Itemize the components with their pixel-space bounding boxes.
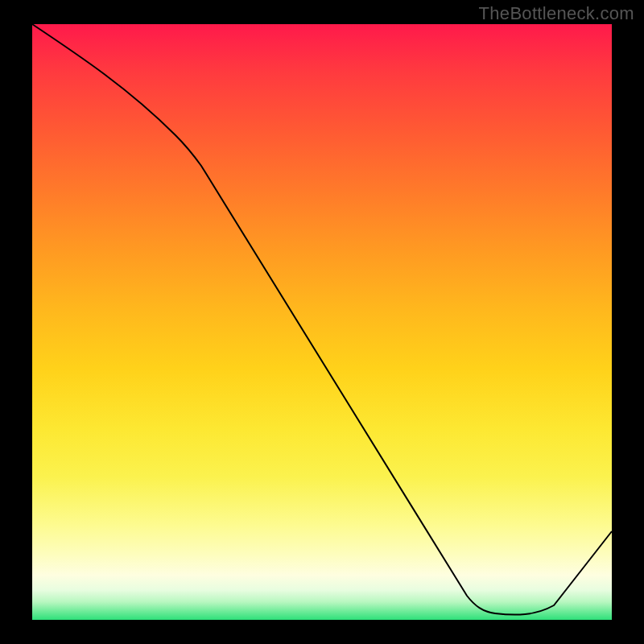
plot-area: [32, 24, 612, 620]
watermark-label: TheBottleneck.com: [479, 3, 634, 24]
chart-container: TheBottleneck.com: [0, 0, 644, 644]
curve-path: [32, 24, 612, 615]
bottleneck-curve: [32, 24, 612, 620]
